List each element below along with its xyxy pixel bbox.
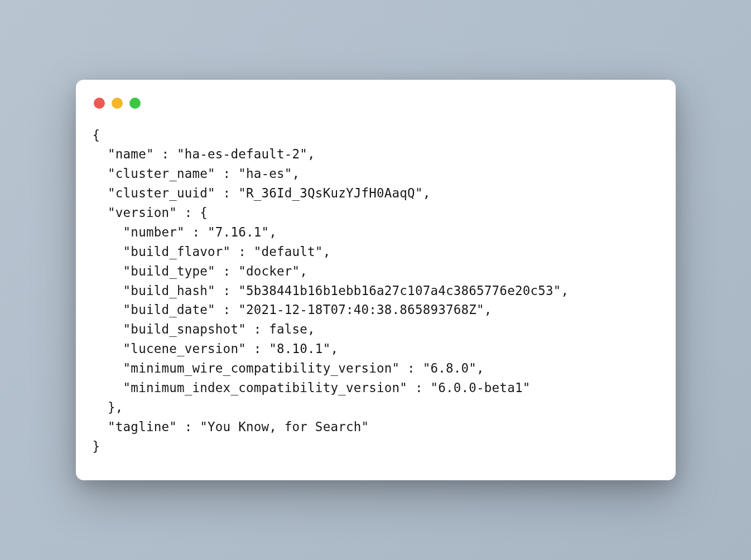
code-line: "minimum_wire_compatibility_version" : "… [93, 361, 484, 375]
code-line: "lucene_version" : "8.10.1", [93, 341, 339, 356]
code-line: "number" : "7.16.1", [93, 225, 277, 239]
code-line: }, [93, 400, 123, 414]
code-line: "build_hash" : "5b38441b16b1ebb16a27c107… [93, 283, 569, 298]
code-line: "tagline" : "You Know, for Search" [93, 419, 369, 434]
code-line: "version" : { [93, 205, 208, 220]
code-line: "cluster_name" : "ha-es", [93, 166, 300, 181]
code-line: "build_date" : "2021-12-18T07:40:38.8658… [93, 302, 492, 317]
code-line: "name" : "ha-es-default-2", [93, 147, 315, 161]
minimize-icon[interactable] [112, 98, 123, 109]
code-line: { [93, 128, 100, 142]
close-icon[interactable] [94, 98, 105, 109]
code-line: "build_flavor" : "default", [93, 244, 331, 259]
code-block: { "name" : "ha-es-default-2", "cluster_n… [76, 120, 676, 456]
code-line: } [93, 439, 100, 453]
code-line: "build_type" : "docker", [93, 264, 308, 278]
code-line: "build_snapshot" : false, [93, 322, 315, 336]
terminal-window: { "name" : "ha-es-default-2", "cluster_n… [76, 80, 676, 481]
window-titlebar [76, 95, 676, 120]
code-line: "minimum_index_compatibility_version" : … [93, 380, 531, 395]
maximize-icon[interactable] [129, 98, 141, 109]
code-line: "cluster_uuid" : "R_36Id_3QsKuzYJfH0AaqQ… [93, 186, 431, 200]
